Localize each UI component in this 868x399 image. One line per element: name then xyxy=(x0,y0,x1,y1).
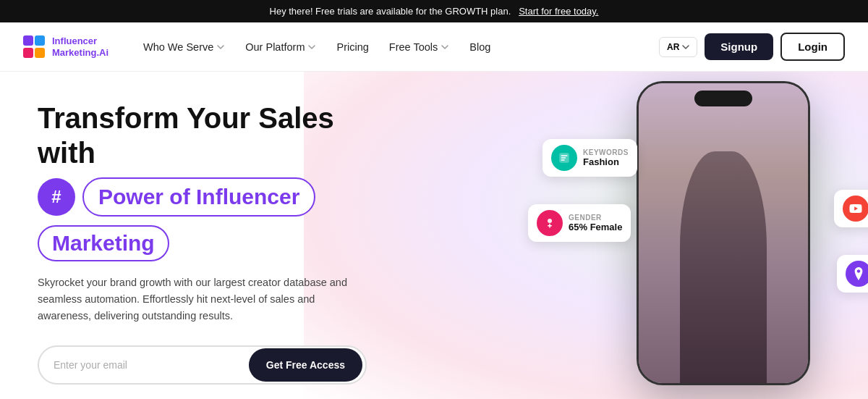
gender-value: 65% Female xyxy=(569,222,622,232)
chevron-down-icon xyxy=(682,43,689,51)
logo-text: Influencer Marketing.Ai xyxy=(52,35,109,58)
email-form: Get Free Access xyxy=(38,345,367,385)
keyword-label: KEYWORDS xyxy=(583,148,629,156)
top-banner: Hey there! Free trials are available for… xyxy=(0,0,868,22)
power-of-influencer-badge: Power of Influencer xyxy=(82,177,315,217)
location-tag: LOCATION 65% UK xyxy=(837,255,868,293)
banner-link[interactable]: Start for free today. xyxy=(519,6,598,17)
language-selector[interactable]: AR xyxy=(659,37,697,57)
svg-point-1 xyxy=(548,219,552,223)
get-free-access-button[interactable]: Get Free Access xyxy=(249,348,362,382)
chevron-down-icon xyxy=(307,43,316,51)
gender-label: GENDER xyxy=(569,214,622,222)
phone-frame xyxy=(637,81,810,385)
hero-content: Transform Your Sales with # Power of Inf… xyxy=(0,72,405,399)
chevron-down-icon xyxy=(216,43,225,51)
gender-tag: GENDER 65% Female xyxy=(528,204,631,242)
hero-highlight-row: # Power of Influencer xyxy=(38,177,367,217)
nav-item-our-platform[interactable]: Our Platform xyxy=(237,35,325,59)
navbar: Influencer Marketing.Ai Who We Serve Our… xyxy=(0,22,868,72)
gender-icon xyxy=(537,210,563,236)
banner-text: Hey there! Free trials are available for… xyxy=(270,6,511,17)
signup-button[interactable]: Signup xyxy=(705,33,773,60)
phone-notch xyxy=(694,91,752,106)
hash-icon: # xyxy=(38,178,75,216)
chevron-down-icon xyxy=(441,43,449,51)
keyword-icon xyxy=(551,145,577,171)
nav-item-blog[interactable]: Blog xyxy=(461,35,499,59)
nav-right: AR Signup Login xyxy=(659,33,845,61)
keyword-value: Fashion xyxy=(583,156,629,167)
hero-title: Transform Your Sales with xyxy=(38,101,367,170)
lang-label: AR xyxy=(667,42,679,52)
logo[interactable]: Influencer Marketing.Ai xyxy=(23,35,109,59)
location-icon xyxy=(846,261,868,287)
phone-screen xyxy=(639,83,808,383)
nav-links: Who We Serve Our Platform Pricing Free T… xyxy=(135,35,659,59)
logo-icon xyxy=(23,35,46,59)
phone-container: KEYWORDS Fashion GENDER 65% Female xyxy=(637,81,810,385)
platform-tag: PLATFORM YouTube xyxy=(834,190,868,227)
nav-item-free-tools[interactable]: Free Tools xyxy=(380,35,458,59)
nav-item-who-we-serve[interactable]: Who We Serve xyxy=(135,35,234,59)
phone-mockup-area: KEYWORDS Fashion GENDER 65% Female xyxy=(600,72,846,399)
marketing-badge: Marketing xyxy=(38,225,169,261)
login-button[interactable]: Login xyxy=(780,33,845,61)
email-input[interactable] xyxy=(39,359,249,371)
platform-icon xyxy=(843,196,868,222)
hero-section: Transform Your Sales with # Power of Inf… xyxy=(0,72,868,399)
nav-item-pricing[interactable]: Pricing xyxy=(328,35,377,59)
keyword-tag: KEYWORDS Fashion xyxy=(542,139,637,177)
hero-description: Skyrocket your brand growth with our lar… xyxy=(38,274,367,325)
